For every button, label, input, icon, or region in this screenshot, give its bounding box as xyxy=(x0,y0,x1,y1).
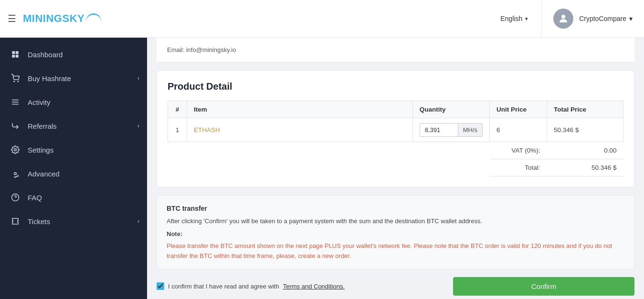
sidebar-item-label: FAQ xyxy=(28,194,42,202)
svg-rect-1 xyxy=(12,51,15,54)
logo: MININGSKY xyxy=(23,12,102,25)
item-link[interactable]: ETHASH xyxy=(194,126,220,134)
btc-note: Note: xyxy=(167,229,624,239)
sidebar-item-buy-hashrate[interactable]: Buy Hashrate ‹ xyxy=(0,66,147,90)
vat-row: VAT (0%): 0.00 xyxy=(168,142,623,159)
svg-point-11 xyxy=(14,173,17,175)
vat-empty xyxy=(168,142,490,159)
user-name: CryptoCompare ▾ xyxy=(579,15,633,22)
col-header-total-price: Total Price xyxy=(547,101,623,118)
sidebar-item-advanced[interactable]: Advanced xyxy=(0,162,147,186)
sidebar-item-label: Referrals xyxy=(28,122,57,130)
activity-icon xyxy=(10,98,21,106)
referrals-icon xyxy=(10,122,21,130)
sidebar-item-dashboard[interactable]: Dashboard xyxy=(0,42,147,66)
user-area[interactable]: CryptoCompare ▾ xyxy=(542,0,644,37)
footer-actions: I confirm that I have read and agree wit… xyxy=(157,277,634,296)
sidebar-item-label: Buy Hashrate xyxy=(28,74,71,82)
sidebar-item-faq[interactable]: FAQ xyxy=(0,186,147,209)
row-num: 1 xyxy=(168,118,187,142)
svg-rect-4 xyxy=(16,55,19,58)
language-label: English xyxy=(500,15,522,22)
row-item: ETHASH xyxy=(187,118,413,142)
confirm-button[interactable]: Confirm xyxy=(453,277,634,296)
terms-checkbox[interactable] xyxy=(157,282,164,290)
sidebar-item-label: Settings xyxy=(28,146,53,154)
logo-part2: SKY xyxy=(62,12,84,24)
sidebar-nav: Dashboard Buy Hashrate ‹ Activity Refer xyxy=(0,38,147,299)
btc-title: BTC transfer xyxy=(167,203,624,214)
faq-icon xyxy=(10,193,21,202)
email-text: Email: info@miningsky.io xyxy=(167,46,236,53)
settings-icon xyxy=(10,145,21,154)
product-table: # Item Quantity Unit Price Total Price 1… xyxy=(168,101,623,176)
user-chevron-icon: ▾ xyxy=(629,15,633,22)
terms-checkbox-row: I confirm that I have read and agree wit… xyxy=(157,282,447,290)
product-detail-title: Product Detail xyxy=(168,81,623,92)
sidebar: Dashboard Buy Hashrate ‹ Activity Refer xyxy=(0,38,147,299)
chevron-right-icon: ‹ xyxy=(137,123,139,129)
col-header-unit-price: Unit Price xyxy=(490,101,547,118)
row-unit-price: 6 xyxy=(490,118,547,142)
avatar xyxy=(553,9,573,29)
btc-note-text: Please transfer the BTC amount shown on … xyxy=(167,241,624,261)
chevron-right-icon: ‹ xyxy=(137,218,139,225)
col-header-num: # xyxy=(168,101,187,118)
logo-part1: MINING xyxy=(23,12,62,24)
vat-value: 0.00 xyxy=(547,142,623,159)
sidebar-item-label: Tickets xyxy=(28,217,50,226)
col-header-item: Item xyxy=(187,101,413,118)
sidebar-item-label: Dashboard xyxy=(28,51,63,59)
sidebar-item-activity[interactable]: Activity xyxy=(0,90,147,114)
terms-link[interactable]: Terms and Conditions. xyxy=(283,283,345,290)
chevron-right-icon: ‹ xyxy=(137,75,139,82)
chevron-down-icon: ▾ xyxy=(525,16,528,22)
row-quantity: MH/s xyxy=(412,118,489,142)
header: ☰ MININGSKY English ▾ CryptoCompare ▾ xyxy=(0,0,644,38)
quantity-field: MH/s xyxy=(420,123,483,137)
svg-point-6 xyxy=(18,81,19,82)
total-row: Total: 50.346 $ xyxy=(168,159,623,176)
sidebar-item-label: Advanced xyxy=(28,170,60,178)
dashboard-icon xyxy=(10,50,21,59)
col-header-quantity: Quantity xyxy=(412,101,489,118)
quantity-input[interactable] xyxy=(420,123,458,137)
sidebar-item-tickets[interactable]: Tickets ‹ xyxy=(0,209,147,233)
vat-label: VAT (0%): xyxy=(490,142,547,159)
checkbox-label: I confirm that I have read and agree wit… xyxy=(168,283,279,290)
tickets-icon xyxy=(10,217,21,226)
svg-point-10 xyxy=(14,149,17,151)
page-layout: Dashboard Buy Hashrate ‹ Activity Refer xyxy=(0,0,644,299)
main-content: Email: info@miningsky.io Product Detail … xyxy=(147,38,644,299)
row-total-price: 50.346 $ xyxy=(547,118,623,142)
total-empty xyxy=(168,159,490,176)
quantity-unit: MH/s xyxy=(458,123,483,137)
btc-transfer-box: BTC transfer After clicking 'Confirm' yo… xyxy=(157,195,634,269)
logo-area: ☰ MININGSKY xyxy=(0,12,147,25)
logo-arc xyxy=(85,13,102,23)
buy-hashrate-icon xyxy=(10,74,21,82)
btc-description: After clicking 'Confirm' you will be tak… xyxy=(167,217,624,227)
hamburger-icon[interactable]: ☰ xyxy=(8,13,16,24)
btc-note-label: Note: xyxy=(167,230,182,237)
svg-rect-2 xyxy=(16,51,19,54)
table-row: 1 ETHASH MH/s 6 50.346 $ xyxy=(168,118,623,142)
total-value: 50.346 $ xyxy=(547,159,623,176)
product-detail-card: Product Detail # Item Quantity Unit Pric… xyxy=(157,70,634,187)
svg-rect-3 xyxy=(12,55,15,58)
svg-point-5 xyxy=(14,81,15,82)
sidebar-item-label: Activity xyxy=(28,98,51,106)
svg-point-0 xyxy=(561,15,565,19)
sidebar-item-settings[interactable]: Settings xyxy=(0,138,147,162)
email-bar: Email: info@miningsky.io xyxy=(157,38,634,62)
language-selector[interactable]: English ▾ xyxy=(487,0,542,37)
header-right: English ▾ CryptoCompare ▾ xyxy=(487,0,644,37)
total-label: Total: xyxy=(490,159,547,176)
sidebar-item-referrals[interactable]: Referrals ‹ xyxy=(0,114,147,138)
advanced-icon xyxy=(10,169,21,178)
